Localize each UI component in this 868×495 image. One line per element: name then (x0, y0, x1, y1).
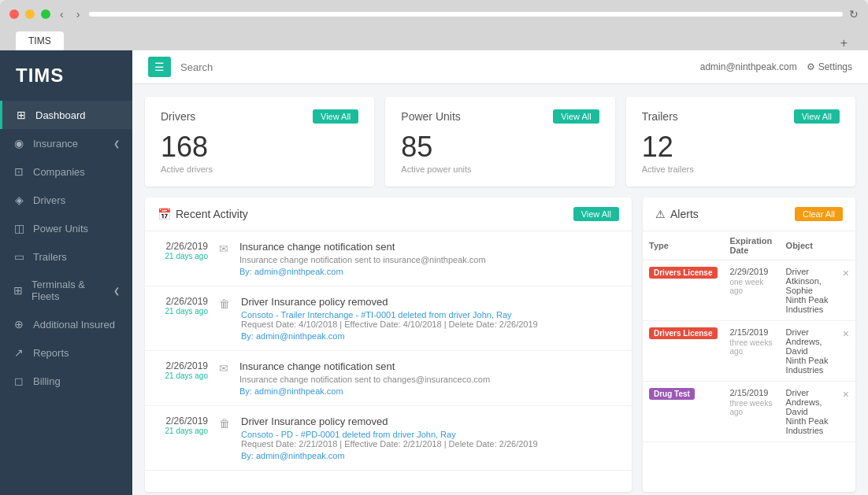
sidebar-label-power-units: Power Units (33, 223, 88, 235)
app-wrapper: TIMS ⊞ Dashboard ◉ Insurance ❮ ⊡ Compani… (0, 50, 868, 495)
refresh-button[interactable]: ↻ (849, 8, 859, 20)
sidebar-item-drivers[interactable]: ◈ Drivers (0, 186, 132, 214)
companies-icon: ⊡ (13, 165, 25, 178)
alert-expiration: 2/15/2019 three weeks ago (724, 321, 780, 382)
chevron-icon: ❮ (113, 139, 120, 148)
power-units-count: 85 (401, 133, 599, 161)
col-object: Object (780, 231, 836, 260)
alert-icon: ⚠ (655, 208, 666, 220)
dismiss-alert-button[interactable]: × (843, 388, 849, 401)
activity-panel-header: 📅 Recent Activity View All (145, 198, 632, 231)
sidebar-item-power-units[interactable]: ◫ Power Units (0, 214, 132, 242)
alerts-panel: ⚠ Alerts Clear All Type Expiration Date (643, 198, 855, 492)
back-button[interactable]: ‹ (57, 6, 67, 22)
dismiss-alert-button[interactable]: × (843, 267, 849, 279)
sidebar-label-trailers: Trailers (33, 251, 67, 263)
close-dot[interactable] (9, 9, 19, 19)
power-units-label: Active power units (401, 164, 599, 174)
sidebar-item-reports[interactable]: ↗ Reports (0, 338, 132, 367)
sidebar-item-additional-insured[interactable]: ⊕ Additional Insured (0, 310, 132, 338)
trailers-count: 12 (642, 133, 840, 161)
sidebar-label-dashboard: Dashboard (35, 109, 86, 121)
alert-expiration: 2/29/2019 one week ago (724, 260, 780, 321)
activity-list: 2/26/2019 21 days ago ✉ Insurance change… (145, 231, 632, 492)
sidebar-item-companies[interactable]: ⊡ Companies (0, 157, 132, 186)
status-badge: Drivers License (649, 267, 718, 279)
power-units-card-title: Power Units (401, 110, 460, 123)
chevron-icon-2: ❮ (113, 286, 120, 295)
col-expiration: Expiration Date (724, 231, 780, 260)
sidebar-item-dashboard[interactable]: ⊞ Dashboard (0, 101, 132, 129)
minimize-dot[interactable] (25, 9, 35, 19)
address-bar[interactable] (89, 12, 843, 17)
drivers-icon: ◈ (13, 194, 25, 206)
tab-bar: TIMS + (9, 28, 859, 50)
settings-label: Settings (818, 61, 852, 72)
settings-button[interactable]: ⚙ Settings (807, 61, 852, 72)
email-icon: ✉ (219, 242, 228, 255)
dashboard-icon: ⊞ (15, 109, 28, 121)
email-icon-2: ✉ (219, 362, 228, 375)
trailers-icon: ▭ (13, 250, 25, 263)
alert-object: Driver Andrews, David Ninth Peak Industr… (780, 382, 836, 442)
alert-badge-cell: Drivers License (643, 260, 724, 321)
activity-date: 2/26/2019 21 days ago (158, 360, 208, 380)
table-row: Drug Test 2/15/2019 three weeks ago Driv… (643, 382, 855, 442)
alerts-panel-title: Alerts (670, 208, 699, 220)
trailers-view-all-button[interactable]: View All (794, 109, 840, 124)
col-type: Type (643, 231, 724, 260)
reports-icon: ↗ (13, 346, 25, 359)
billing-icon: ◻ (13, 375, 25, 387)
stats-row: Drivers View All 168 Active drivers Powe… (145, 97, 855, 187)
trailers-card-title: Trailers (642, 110, 678, 123)
maximize-dot[interactable] (41, 9, 50, 19)
bottom-row: 📅 Recent Activity View All 2/26/2019 21 … (145, 198, 855, 492)
list-item: 2/26/2019 21 days ago 🗑 Driver Insurance… (145, 286, 632, 351)
dismiss-alert-button[interactable]: × (843, 327, 849, 340)
table-row: Drivers License 2/15/2019 three weeks ag… (643, 321, 855, 382)
list-item: 2/26/2019 21 days ago ✉ Insurance change… (145, 231, 632, 286)
activity-date: 2/26/2019 21 days ago (158, 296, 208, 316)
additional-insured-icon: ⊕ (13, 318, 25, 331)
sidebar-label-drivers: Drivers (33, 194, 65, 206)
drivers-count: 168 (161, 133, 358, 161)
sidebar-label-terminals: Terminals & Fleets (32, 279, 106, 302)
trailers-label: Active trailers (642, 164, 840, 174)
alert-badge-cell: Drivers License (643, 321, 724, 382)
search-input[interactable] (180, 61, 691, 73)
sidebar: TIMS ⊞ Dashboard ◉ Insurance ❮ ⊡ Compani… (0, 50, 132, 495)
drivers-label: Active drivers (161, 164, 358, 174)
drivers-card-title: Drivers (161, 110, 195, 123)
top-header: ☰ admin@ninthpeak.com ⚙ Settings (132, 50, 868, 84)
drivers-view-all-button[interactable]: View All (313, 109, 358, 124)
list-item: 2/26/2019 21 days ago 🗑 Driver Insurance… (145, 406, 632, 471)
status-badge: Drug Test (649, 388, 695, 400)
sidebar-item-billing[interactable]: ◻ Billing (0, 367, 132, 395)
activity-view-all-button[interactable]: View All (573, 207, 619, 221)
power-units-view-all-button[interactable]: View All (553, 109, 599, 124)
calendar-icon: 📅 (158, 208, 171, 220)
power-units-card: Power Units View All 85 Active power uni… (385, 97, 614, 187)
clear-all-button[interactable]: Clear All (795, 207, 843, 221)
hamburger-button[interactable]: ☰ (148, 57, 171, 77)
activity-panel-title: Recent Activity (176, 208, 248, 220)
forward-button[interactable]: › (73, 6, 83, 22)
col-action (836, 231, 855, 260)
browser-tab[interactable]: TIMS (16, 31, 64, 50)
table-row: Drivers License 2/29/2019 one week ago D… (643, 260, 855, 321)
sidebar-item-terminals-fleets[interactable]: ⊞ Terminals & Fleets ❮ (0, 271, 132, 310)
sidebar-item-insurance[interactable]: ◉ Insurance ❮ (0, 129, 132, 157)
new-tab-button[interactable]: + (836, 36, 852, 50)
delete-icon-2: 🗑 (219, 417, 230, 430)
sidebar-item-trailers[interactable]: ▭ Trailers (0, 242, 132, 271)
main-area: ☰ admin@ninthpeak.com ⚙ Settings Drivers… (132, 50, 868, 495)
header-right: admin@ninthpeak.com ⚙ Settings (700, 61, 852, 72)
trailers-card: Trailers View All 12 Active trailers (626, 97, 855, 187)
alert-object: Driver Andrews, David Ninth Peak Industr… (780, 321, 836, 382)
drivers-card: Drivers View All 168 Active drivers (145, 97, 374, 187)
alert-badge-cell: Drug Test (643, 382, 724, 442)
delete-icon: 🗑 (219, 297, 230, 310)
browser-chrome: ‹ › ↻ TIMS + (0, 0, 868, 50)
user-email: admin@ninthpeak.com (700, 61, 797, 72)
alerts-table: Type Expiration Date Object Drivers Lice… (643, 231, 855, 442)
